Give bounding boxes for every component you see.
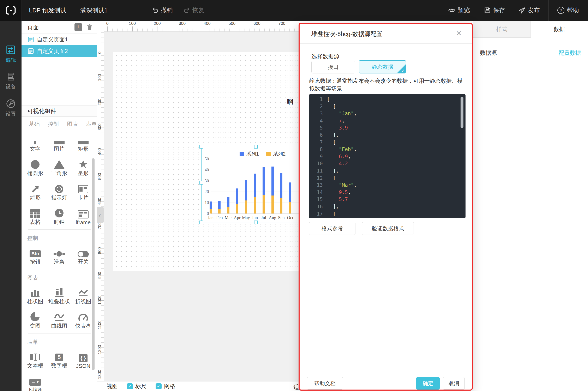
resize-handle-bottom-mid[interactable] xyxy=(254,220,258,224)
component-label: 椭圆形 xyxy=(27,170,43,177)
component-label: 矩形 xyxy=(78,145,89,152)
source-option-api[interactable]: 接口 xyxy=(311,61,355,74)
component-tab-控制[interactable]: 控制 xyxy=(48,120,59,128)
component-label: 开关 xyxy=(78,258,89,265)
resize-handle-top-mid[interactable] xyxy=(254,145,258,149)
component-仪表盘[interactable]: 仪表盘 xyxy=(71,306,95,330)
component-矩形[interactable]: 矩形 xyxy=(71,129,95,153)
help-button[interactable]: ? 帮助 xyxy=(557,6,579,14)
component-滑条[interactable]: 滑条 xyxy=(47,242,71,266)
page-item[interactable]: 自定义页面2 xyxy=(21,45,97,57)
gauge-icon xyxy=(78,310,89,321)
component-label: 按钮 xyxy=(30,258,41,265)
component-星形[interactable]: ★ 星形 xyxy=(71,153,95,178)
save-button[interactable]: 保存 xyxy=(484,6,505,14)
ellipse-icon xyxy=(31,158,39,169)
code-line: 18 "Apr" xyxy=(309,217,466,218)
v-ruler-tick: 400 xyxy=(97,145,102,158)
component-按钮[interactable]: Btn 按钮 xyxy=(23,242,47,266)
help-doc-button[interactable]: 帮助文档 xyxy=(307,377,343,390)
bar-segment-series2 xyxy=(289,202,291,213)
tab-data[interactable]: 数据 xyxy=(531,21,588,38)
collapse-panel-handle[interactable]: ‹ xyxy=(97,207,104,223)
component-tab-基础[interactable]: 基础 xyxy=(29,120,40,128)
format-reference-button[interactable]: 格式参考 xyxy=(309,222,355,235)
bar-segment-series2 xyxy=(218,209,220,213)
rail-item-settings[interactable]: 设置 xyxy=(0,99,21,117)
component-时钟[interactable]: 时钟 xyxy=(47,202,71,226)
resize-handle-left-mid[interactable] xyxy=(199,181,203,185)
undo-button[interactable]: 撤销 xyxy=(152,0,173,21)
validate-format-button[interactable]: 验证数据格式 xyxy=(362,222,414,235)
card-icon xyxy=(78,182,88,193)
component-文字[interactable]: 文字 xyxy=(23,129,47,153)
component-tab-图表[interactable]: 图表 xyxy=(67,120,78,128)
component-折线图[interactable]: 折线图 xyxy=(71,282,95,306)
cancel-button[interactable]: 取消 xyxy=(443,377,465,390)
component-label: 时钟 xyxy=(54,218,65,226)
publish-button[interactable]: 发布 xyxy=(519,6,540,14)
btn-icon: Btn xyxy=(30,246,41,257)
modal-close-icon[interactable]: ✕ xyxy=(456,29,462,37)
rail-item-edit[interactable]: 编辑 xyxy=(0,45,21,64)
component-表格[interactable]: 表格 xyxy=(23,202,47,226)
pie-icon xyxy=(30,310,40,321)
component-指示灯[interactable]: 指示灯 xyxy=(47,178,71,202)
resize-handle-top-left[interactable] xyxy=(199,145,203,149)
component-label: 文本框 xyxy=(27,362,43,369)
component-tab-表单[interactable]: 表单 xyxy=(86,120,97,128)
editor-scrollbar[interactable] xyxy=(461,97,464,128)
page-item[interactable]: 自定义页面1 xyxy=(21,34,97,45)
document-title: 潇深测试1 xyxy=(80,0,107,21)
bar-segment-series1 xyxy=(289,183,291,202)
configure-data-link[interactable]: 配置数据 xyxy=(559,49,581,57)
json-code-editor[interactable]: 1[2 [3 "Jan",4 7,5 3.96 ],7 [8 "Feb",9 6… xyxy=(309,94,466,218)
component-label: 文字 xyxy=(30,145,41,152)
bar-segment-series2 xyxy=(236,204,238,213)
source-option-static[interactable]: 静态数据 ✓ xyxy=(359,60,406,74)
component-开关[interactable]: 开关 xyxy=(71,242,95,266)
component-下拉框[interactable]: ▾ 下拉框 xyxy=(23,370,47,391)
preview-button[interactable]: 预览 xyxy=(448,6,470,14)
tab-style[interactable]: 样式 xyxy=(473,21,531,38)
component-柱状图[interactable]: 柱状图 xyxy=(23,282,47,306)
component-label: 下拉框 xyxy=(27,387,43,391)
bar-segment-series1 xyxy=(227,197,229,207)
component-饼图[interactable]: 饼图 xyxy=(23,306,47,330)
v-ruler-tick: 0 xyxy=(97,47,102,59)
delete-page-button[interactable] xyxy=(87,24,93,31)
canvas-text-element[interactable]: 啊 xyxy=(287,98,294,106)
section-label: 图表 xyxy=(21,269,97,282)
table-icon xyxy=(30,206,40,218)
component-椭圆形[interactable]: 椭圆形 xyxy=(23,153,47,178)
resize-handle-bottom-left[interactable] xyxy=(199,220,203,224)
grid-checkbox[interactable]: ✓网格 xyxy=(156,383,175,390)
component-JSON[interactable]: { } JSON xyxy=(71,346,95,370)
component-图片[interactable]: 图片 xyxy=(47,129,71,153)
code-line: 1[ xyxy=(309,96,466,103)
component-文本框[interactable]: 文本框 xyxy=(23,346,47,370)
component-堆叠柱状[interactable]: 堆叠柱状 xyxy=(47,282,71,306)
add-page-button[interactable]: + xyxy=(75,23,82,31)
component-三角形[interactable]: 三角形 xyxy=(47,153,71,178)
bar-segment-series1 xyxy=(254,174,256,197)
component-iframe[interactable]: iframe xyxy=(71,202,95,226)
help-icon: ? xyxy=(557,7,564,14)
v-ruler-tick: 1000 xyxy=(97,294,102,306)
component-卡片[interactable]: 卡片 xyxy=(71,178,95,202)
redo-button[interactable]: 恢复 xyxy=(184,0,204,21)
stacked-bar-chart-widget[interactable]: 系列1系列2 01020304050JanFebMarAprMayJunJulA… xyxy=(201,147,299,223)
component-箭形[interactable]: 箭形 xyxy=(23,178,47,202)
y-axis-label: 20 xyxy=(201,189,209,194)
components-scrollbar[interactable] xyxy=(92,158,95,370)
select-datasource-label: 选择数据源 xyxy=(311,53,339,60)
component-曲线图[interactable]: 曲线图 xyxy=(47,306,71,330)
ruler-checkbox[interactable]: ✓标尺 xyxy=(127,383,146,390)
rail-item-device[interactable]: 设备 xyxy=(0,72,21,90)
code-line: 10 4.2 xyxy=(309,160,466,167)
device-icon xyxy=(6,78,15,82)
bar-segment-series2 xyxy=(209,209,212,213)
component-数字框[interactable]: 5 数字框 xyxy=(47,346,71,370)
view-label: 视图 xyxy=(106,383,118,390)
confirm-button[interactable]: 确定 xyxy=(416,377,440,390)
